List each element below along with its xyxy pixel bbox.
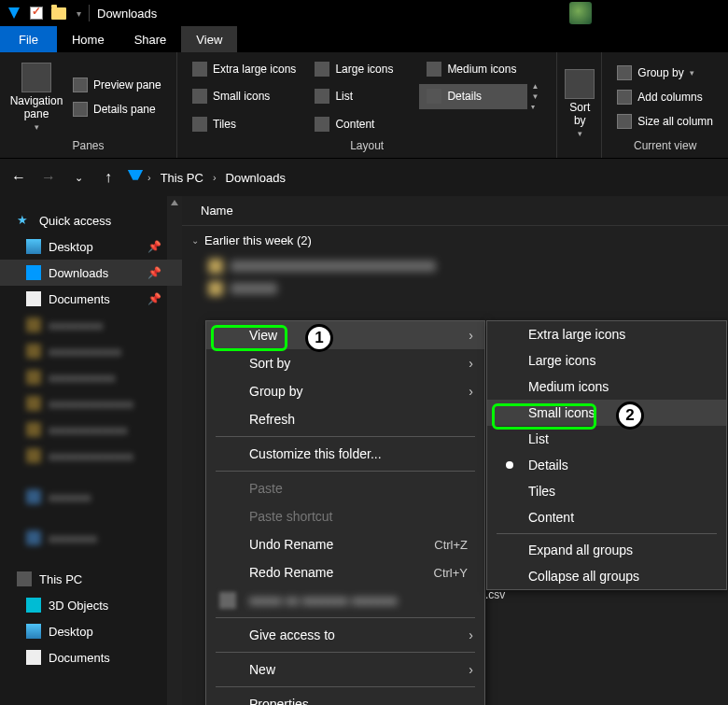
sort-icon	[565, 69, 595, 99]
menu-file[interactable]: File	[0, 26, 57, 52]
layout-medium[interactable]: Medium icons	[419, 56, 527, 82]
sidebar-downloads[interactable]: Downloads📌	[0, 260, 182, 286]
group-label-layout: Layout	[185, 137, 549, 154]
breadcrumb[interactable]: › This PC › Downloads	[127, 167, 721, 189]
sub-small-icons[interactable]: Small icons	[487, 400, 726, 426]
chevron-right-icon: ›	[469, 328, 473, 343]
checkbox-icon[interactable]	[28, 5, 45, 21]
group-label-panes: Panes	[7, 137, 169, 154]
preview-pane-button[interactable]: Preview pane	[65, 74, 169, 96]
separator	[216, 686, 475, 687]
sub-extra-large-icons[interactable]: Extra large icons	[487, 321, 726, 347]
sub-details[interactable]: Details	[487, 452, 726, 478]
add-columns-button[interactable]: Add columns	[609, 86, 721, 108]
address-bar: ← → ⌄ ↑ › This PC › Downloads	[0, 159, 728, 196]
menu-view[interactable]: View	[181, 26, 237, 52]
path-icon	[128, 170, 143, 185]
menubar: File Home Share View	[0, 26, 728, 52]
recent-dropdown[interactable]: ⌄	[67, 166, 90, 189]
sort-by-button[interactable]: Sort by ▾	[565, 56, 595, 150]
sidebar-3d-objects[interactable]: 3D Objects	[0, 592, 182, 618]
layout-content[interactable]: Content	[307, 111, 415, 137]
sub-tiles[interactable]: Tiles	[487, 478, 726, 504]
sidebar-item[interactable]: xxxxxxxxx	[0, 312, 182, 338]
layout-scroll[interactable]: ▲▼▾	[527, 56, 542, 137]
titlebar: ▾ Downloads	[0, 0, 728, 26]
ctx-redo[interactable]: Redo RenameCtrl+Y	[206, 558, 484, 586]
qat-dropdown-icon[interactable]: ▾	[77, 8, 81, 19]
ctx-undo[interactable]: Undo RenameCtrl+Z	[206, 530, 484, 558]
ctx-paste-shortcut: Paste shortcut	[206, 502, 484, 530]
group-by-button[interactable]: Group by▾	[609, 62, 721, 84]
group-earlier-this-week[interactable]: ⌄Earlier this week (2)	[182, 226, 728, 255]
ribbon: Navigation pane ▾ Preview pane Details p…	[0, 52, 728, 159]
folder-icon[interactable]	[50, 5, 67, 21]
layout-details[interactable]: Details	[419, 84, 527, 110]
3d-icon	[26, 598, 41, 613]
layout-extra-large[interactable]: Extra large icons	[185, 56, 303, 82]
ctx-view[interactable]: View›	[206, 321, 484, 349]
sub-medium-icons[interactable]: Medium icons	[487, 374, 726, 400]
view-submenu: Extra large icons Large icons Medium ico…	[486, 320, 727, 590]
sidebar: ★Quick access Desktop📌 Downloads📌 Docume…	[0, 196, 182, 705]
ctx-new[interactable]: New›	[206, 656, 484, 684]
separator	[216, 471, 475, 472]
sidebar-documents[interactable]: Documents📌	[0, 286, 182, 312]
sidebar-desktop[interactable]: Desktop📌	[0, 233, 182, 260]
layout-list[interactable]: List	[307, 84, 415, 110]
ctx-properties[interactable]: Properties	[206, 690, 484, 705]
sub-content[interactable]: Content	[487, 504, 726, 530]
ctx-give-access[interactable]: Give access to›	[206, 621, 484, 649]
radio-selected-icon	[506, 461, 513, 469]
file-row[interactable]	[182, 277, 728, 300]
navigation-pane-button[interactable]: Navigation pane ▾	[7, 56, 65, 137]
path-this-pc[interactable]: This PC	[155, 167, 209, 189]
desktop-icon	[26, 624, 41, 639]
back-button[interactable]: ←	[7, 166, 30, 189]
sub-expand-groups[interactable]: Expand all groups	[487, 537, 726, 563]
document-icon	[26, 291, 41, 306]
ctx-customize[interactable]: Customize this folder...	[206, 440, 484, 468]
sidebar-item[interactable]: xxxxxxxxxxxxx	[0, 416, 182, 443]
sidebar-item[interactable]: xxxxxxxx	[0, 525, 182, 551]
separator	[497, 533, 717, 534]
desktop-icon	[26, 239, 41, 254]
sidebar-documents-2[interactable]: Documents	[0, 644, 182, 670]
separator	[216, 652, 475, 653]
layout-small[interactable]: Small icons	[185, 84, 303, 110]
sidebar-item[interactable]: xxxxxxxxxxxx	[0, 338, 182, 364]
sidebar-item[interactable]: xxxxxxxxxxxxxx	[0, 390, 182, 416]
layout-tiles[interactable]: Tiles	[185, 111, 303, 137]
ctx-sort-by[interactable]: Sort by›	[206, 349, 484, 377]
sidebar-desktop-2[interactable]: Desktop	[0, 618, 182, 644]
menu-share[interactable]: Share	[119, 26, 182, 52]
sidebar-quick-access[interactable]: ★Quick access	[0, 207, 182, 233]
chevron-right-icon: ›	[469, 356, 473, 371]
ctx-blurred[interactable]: xxxxx xx xxxxxxx xxxxxxx	[206, 586, 484, 614]
pin-icon: 📌	[147, 240, 161, 253]
menu-home[interactable]: Home	[57, 26, 119, 52]
navigation-pane-icon	[21, 63, 51, 92]
sidebar-item[interactable]: xxxxxxxxxxx	[0, 364, 182, 390]
chevron-right-icon[interactable]: ›	[147, 172, 151, 183]
sub-large-icons[interactable]: Large icons	[487, 347, 726, 374]
size-columns-button[interactable]: Size all column	[609, 110, 721, 133]
file-row[interactable]	[182, 255, 728, 277]
details-pane-button[interactable]: Details pane	[65, 98, 169, 120]
layout-large[interactable]: Large icons	[307, 56, 415, 82]
sidebar-this-pc[interactable]: This PC	[0, 566, 182, 592]
sidebar-item[interactable]: xxxxxxx	[0, 484, 182, 510]
sub-collapse-groups[interactable]: Collapse all groups	[487, 563, 726, 589]
sidebar-item[interactable]: xxxxxxxxxxxxxx	[0, 443, 182, 469]
forward-button[interactable]: →	[37, 166, 60, 189]
chevron-down-icon: ▾	[35, 122, 39, 132]
column-header-name[interactable]: Name	[182, 196, 728, 226]
chevron-right-icon: ›	[469, 384, 473, 399]
chevron-right-icon[interactable]: ›	[213, 172, 217, 183]
up-button[interactable]: ↑	[97, 166, 119, 189]
ctx-group-by[interactable]: Group by›	[206, 377, 484, 405]
sub-list[interactable]: List	[487, 426, 726, 452]
context-menu: View› Sort by› Group by› Refresh Customi…	[205, 320, 485, 705]
path-downloads[interactable]: Downloads	[220, 167, 291, 189]
ctx-refresh[interactable]: Refresh	[206, 405, 484, 433]
